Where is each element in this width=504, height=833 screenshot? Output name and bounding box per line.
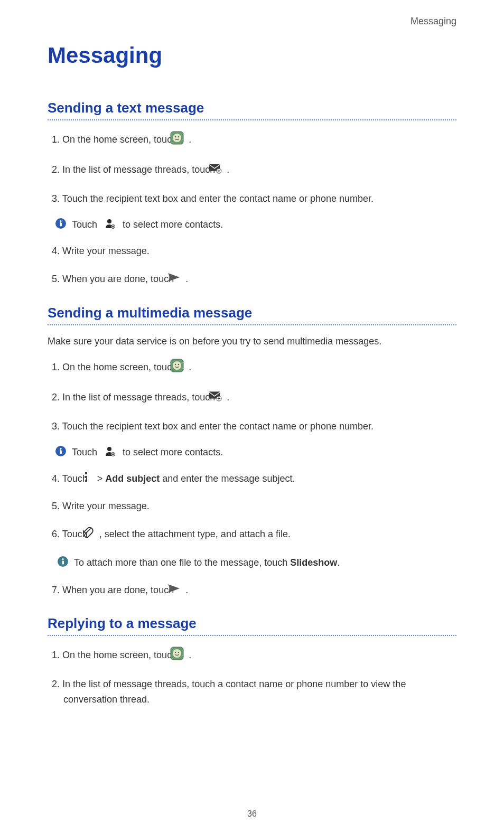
step-1: 1. On the home screen, touch . (48, 131, 456, 149)
step-text: . (189, 134, 191, 145)
slideshow-label: Slideshow (290, 557, 337, 568)
step-text: and enter the message subject. (162, 473, 295, 484)
step-6: 6. Touch , select the attachment type, a… (48, 526, 456, 544)
header-label: Messaging (48, 16, 456, 27)
section-title-replying: Replying to a message (48, 615, 456, 632)
step-text: . (227, 392, 229, 403)
step-7: 7. When you are done, touch . (48, 582, 456, 600)
add-contact-icon (105, 446, 115, 459)
step-text: > (97, 473, 106, 484)
step-1: 1. On the home screen, touch . (48, 647, 456, 665)
info-text: To attach more than one file to the mess… (74, 557, 290, 568)
section-title-sending-multimedia: Sending a multimedia message (48, 305, 456, 321)
info-note: To attach more than one file to the mess… (57, 556, 456, 570)
step-4: 4. Write your message. (48, 244, 456, 259)
step-text: 1. On the home screen, touch (52, 650, 180, 661)
step-5: 5. When you are done, touch . (48, 270, 456, 289)
step-3: 3. Touch the recipient text box and ente… (48, 191, 456, 207)
attachment-icon (92, 526, 95, 544)
messaging-icon (182, 131, 184, 149)
page-number: 36 (0, 809, 504, 819)
step-2: 2. In the list of message threads, touch… (48, 677, 456, 707)
send-icon (179, 270, 181, 289)
step-1: 1. On the home screen, touch . (48, 359, 456, 377)
divider (48, 635, 456, 636)
info-note: Touch to select more contacts. (55, 445, 456, 460)
info-icon (55, 218, 67, 232)
step-2: 2. In the list of message threads, touch… (48, 389, 456, 407)
add-subject-label: Add subject (105, 473, 160, 484)
section-intro: Make sure your data service is on before… (48, 336, 456, 347)
step-text: 1. On the home screen, touch (52, 134, 180, 145)
document-page: Messaging Messaging Sending a text messa… (0, 0, 504, 829)
info-text: to select more contacts. (123, 219, 223, 230)
info-text: . (337, 557, 340, 568)
step-text: . (185, 274, 188, 284)
info-text: Touch (72, 447, 97, 458)
section-title-sending-text: Sending a text message (48, 100, 456, 116)
divider (48, 119, 456, 120)
step-text: . (185, 585, 188, 595)
info-text: Touch (72, 219, 97, 230)
info-icon (55, 445, 67, 460)
messaging-icon (182, 647, 184, 665)
add-contact-icon (105, 218, 115, 231)
info-icon (57, 556, 69, 570)
messaging-icon (182, 359, 184, 377)
step-text: 1. On the home screen, touch (52, 362, 180, 372)
step-2: 2. In the list of message threads, touch… (48, 161, 456, 180)
step-text: , select the attachment type, and attach… (99, 529, 291, 539)
step-text: . (189, 650, 191, 661)
page-title: Messaging (48, 43, 456, 68)
compose-icon (220, 389, 222, 407)
send-icon (179, 582, 181, 600)
step-text: . (189, 362, 191, 372)
info-note: Touch to select more contacts. (55, 218, 456, 232)
divider (48, 324, 456, 325)
step-text: 2. In the list of message threads, touch (52, 392, 218, 403)
step-text: 7. When you are done, touch (52, 585, 176, 595)
step-text: . (227, 164, 229, 175)
step-4: 4. Touch > Add subject and enter the mes… (48, 471, 456, 487)
compose-icon (220, 161, 222, 180)
step-text: 5. When you are done, touch (52, 274, 176, 284)
step-5: 5. Write your message. (48, 499, 456, 514)
info-text: to select more contacts. (123, 447, 223, 458)
step-3: 3. Touch the recipient text box and ente… (48, 419, 456, 434)
step-text: 2. In the list of message threads, touch (52, 164, 218, 175)
